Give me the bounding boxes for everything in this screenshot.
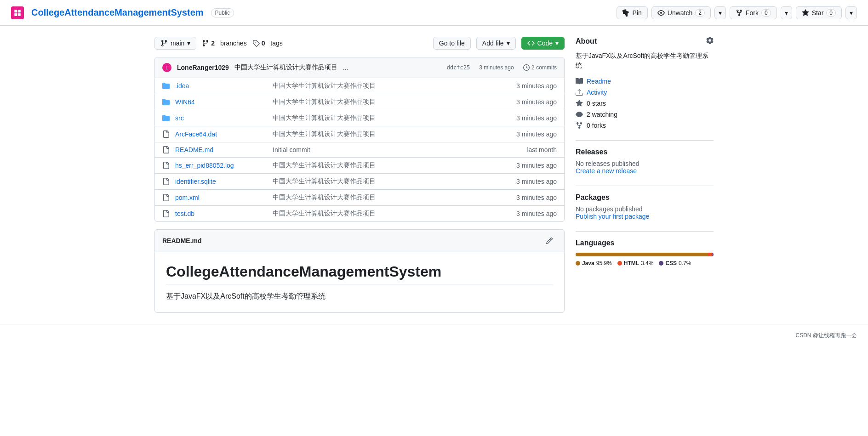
file-time: 3 minutes ago <box>516 178 557 185</box>
current-branch: main <box>171 40 184 47</box>
table-row: README.md Initial commit last month <box>155 142 564 158</box>
lang-dot <box>617 261 622 266</box>
file-name[interactable]: ArcFace64.dat <box>175 130 267 138</box>
stars-link[interactable]: 0 stars <box>576 100 714 107</box>
file-name[interactable]: src <box>175 114 267 122</box>
fork-count: 0 <box>761 9 771 17</box>
file-commit-message: 中国大学生计算机设计大赛作品项目 <box>273 161 511 170</box>
file-commit-message: 中国大学生计算机设计大赛作品项目 <box>273 177 511 186</box>
file-name[interactable]: .idea <box>175 82 267 90</box>
language-bar <box>576 253 714 256</box>
star-count: 0 <box>826 9 836 17</box>
unwatch-button[interactable]: Unwatch 2 <box>651 6 711 19</box>
file-name[interactable]: hs_err_pid88052.log <box>175 162 267 169</box>
language-legend-item[interactable]: Java 95.9% <box>576 260 612 266</box>
file-time: 3 minutes ago <box>516 194 557 201</box>
add-file-button[interactable]: Add file ▾ <box>476 37 516 50</box>
branches-icon <box>202 40 209 47</box>
star-dropdown-button[interactable]: ▾ <box>845 6 857 19</box>
table-row: pom.xml 中国大学生计算机设计大赛作品项目 3 minutes ago <box>155 190 564 206</box>
star-button[interactable]: Star 0 <box>796 6 842 19</box>
readme-description: 基于JavaFX以及ArcSoft的高校学生考勤管理系统 <box>166 292 553 301</box>
branches-link[interactable]: 2 branches <box>202 40 246 47</box>
commits-count: 2 <box>531 64 535 71</box>
readme-icon <box>576 78 583 85</box>
readme-body: CollegeAttendanceManagementSystem 基于Java… <box>155 252 564 312</box>
file-name[interactable]: identifier.sqlite <box>175 178 267 185</box>
code-icon <box>527 40 535 47</box>
file-name[interactable]: test.db <box>175 210 267 217</box>
java-bar-segment <box>576 253 708 256</box>
publish-package-link[interactable]: Publish your first package <box>576 213 649 220</box>
commit-hash[interactable]: ddcfc25 <box>447 64 470 71</box>
folder-icon <box>162 98 170 106</box>
file-time: 3 minutes ago <box>516 210 557 217</box>
tags-label: tags <box>270 40 282 47</box>
folder-icon <box>162 114 170 122</box>
commit-history-link[interactable]: 2 commits <box>523 64 557 71</box>
pin-button[interactable]: Pin <box>617 6 648 19</box>
no-packages-text: No packages published <box>576 205 714 213</box>
lang-name: HTML <box>624 260 639 266</box>
file-commit-message: 中国大学生计算机设计大赛作品项目 <box>273 210 511 218</box>
branch-icon <box>160 40 168 47</box>
go-to-file-button[interactable]: Go to file <box>433 37 471 50</box>
file-commit-message: 中国大学生计算机设计大赛作品项目 <box>273 82 511 90</box>
about-settings-button[interactable] <box>706 37 714 45</box>
edit-readme-button[interactable] <box>542 235 557 246</box>
fork-button[interactable]: Fork 0 <box>730 6 777 19</box>
repo-name[interactable]: CollegeAttendanceManagementSystem <box>31 7 204 18</box>
folder-icon <box>162 82 170 90</box>
html-bar-segment <box>708 253 713 256</box>
language-legend-item[interactable]: CSS 0.7% <box>659 260 691 266</box>
branch-selector[interactable]: main ▾ <box>154 37 196 50</box>
watching-count-label: 2 watching <box>587 111 617 118</box>
gear-icon <box>706 37 714 44</box>
fork-dropdown-button[interactable]: ▾ <box>781 6 792 19</box>
commit-author-name[interactable]: LoneRanger1029 <box>177 64 229 71</box>
table-row: identifier.sqlite 中国大学生计算机设计大赛作品项目 3 min… <box>155 174 564 190</box>
table-row: test.db 中国大学生计算机设计大赛作品项目 3 minutes ago <box>155 206 564 221</box>
svg-rect-1 <box>18 10 21 12</box>
file-icon <box>162 162 170 169</box>
file-time: last month <box>527 146 557 153</box>
releases-title: Releases <box>576 148 714 156</box>
readme-header: README.md <box>155 230 564 252</box>
unwatch-dropdown-button[interactable]: ▾ <box>714 6 726 19</box>
file-name[interactable]: pom.xml <box>175 194 267 201</box>
activity-link-label: Activity <box>587 89 607 96</box>
repo-file-table: L LoneRanger1029 中国大学生计算机设计大赛作品项目 ... dd… <box>154 57 565 222</box>
file-commit-message: 中国大学生计算机设计大赛作品项目 <box>273 98 511 106</box>
file-name[interactable]: WIN64 <box>175 98 267 106</box>
star-side-icon <box>576 100 583 107</box>
file-commit-message: 中国大学生计算机设计大赛作品项目 <box>273 114 511 122</box>
tags-link[interactable]: 0 tags <box>252 40 283 47</box>
visibility-badge: Public <box>211 8 234 17</box>
stars-count-label: 0 stars <box>587 100 606 107</box>
language-legend-item[interactable]: HTML 3.4% <box>617 260 654 266</box>
file-commit-message: 中国大学生计算机设计大赛作品项目 <box>273 193 511 202</box>
forks-link[interactable]: 0 forks <box>576 122 714 129</box>
fork-side-icon <box>576 122 583 129</box>
readme-title: README.md <box>162 237 202 244</box>
left-panel: main ▾ 2 branches 0 tags Go to file Add … <box>154 37 565 313</box>
table-row: hs_err_pid88052.log 中国大学生计算机设计大赛作品项目 3 m… <box>155 158 564 174</box>
activity-link[interactable]: Activity <box>576 89 714 96</box>
create-release-link[interactable]: Create a new release <box>576 167 637 175</box>
file-icon <box>162 130 170 138</box>
commit-more-button[interactable]: ... <box>343 64 348 71</box>
file-name[interactable]: README.md <box>175 146 267 153</box>
tags-count: 0 <box>262 40 265 47</box>
language-legend: Java 95.9% HTML 3.4% CSS 0.7% <box>576 260 714 266</box>
readme-link[interactable]: Readme <box>576 78 714 85</box>
lang-dot <box>576 261 580 266</box>
table-row: ArcFace64.dat 中国大学生计算机设计大赛作品项目 3 minutes… <box>155 126 564 142</box>
svg-rect-0 <box>14 10 17 12</box>
fork-label: Fork <box>746 9 759 17</box>
code-button[interactable]: Code ▾ <box>521 37 565 50</box>
css-bar-segment <box>713 253 714 256</box>
clock-icon <box>523 64 530 71</box>
file-time: 3 minutes ago <box>516 130 557 138</box>
about-section: About 基于JavaFX以及ArcSoft的高校学生考勤管理系统 Readm… <box>576 37 714 129</box>
watching-link[interactable]: 2 watching <box>576 111 714 118</box>
